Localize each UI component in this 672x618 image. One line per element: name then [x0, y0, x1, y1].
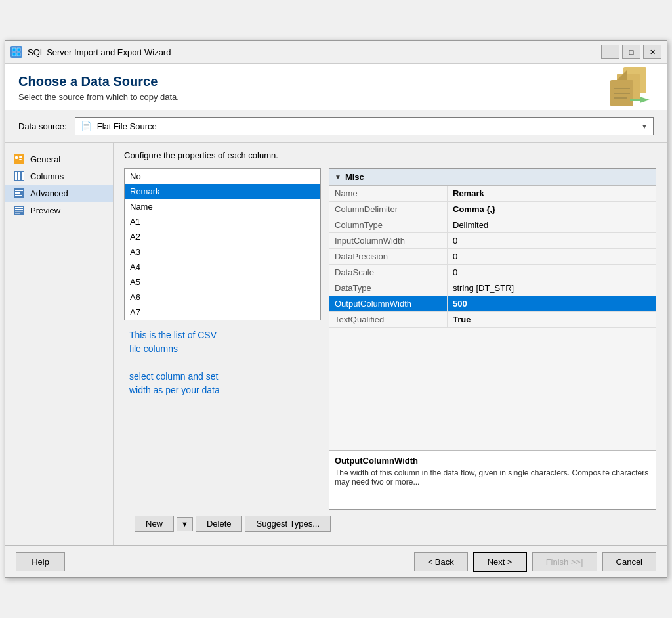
main-panel: Configure the properties of each column.…	[114, 143, 667, 545]
datasource-value: Flat File Source	[97, 121, 636, 131]
app-icon	[10, 46, 22, 58]
prop-row-name: Name Remark	[329, 186, 656, 202]
action-buttons-bar: New ▼ Delete Suggest Types...	[124, 510, 656, 537]
sidebar: General Columns	[5, 143, 114, 545]
svg-rect-12	[630, 99, 640, 101]
prop-value-columntype[interactable]: Delimited	[448, 217, 656, 232]
list-item[interactable]: Name	[125, 199, 320, 214]
svg-rect-3	[17, 53, 20, 56]
prop-row-columndelimiter: ColumnDelimiter Comma {,}	[329, 202, 656, 217]
advanced-icon	[13, 188, 25, 198]
properties-panel: ▼ Misc Name Remark ColumnDelimiter Comma…	[329, 168, 656, 510]
columns-icon	[13, 171, 25, 181]
annotation-line3: select column and set	[129, 370, 316, 384]
preview-icon	[13, 205, 25, 215]
close-button[interactable]: ✕	[643, 45, 662, 59]
datasource-label: Data source:	[18, 121, 67, 131]
general-icon	[13, 154, 25, 164]
svg-rect-0	[12, 48, 16, 51]
prop-value-datatype[interactable]: string [DT_STR]	[448, 280, 656, 296]
list-item[interactable]: A5	[125, 275, 320, 290]
new-dropdown-button[interactable]: ▼	[177, 517, 193, 531]
sidebar-item-preview[interactable]: Preview	[5, 202, 113, 219]
back-button[interactable]: < Back	[414, 552, 468, 571]
prop-value-dataprecision[interactable]: 0	[448, 249, 656, 264]
window-title: SQL Server Import and Export Wizard	[28, 47, 596, 57]
svg-rect-22	[15, 190, 23, 191]
help-button[interactable]: Help	[16, 552, 65, 571]
suggest-types-button[interactable]: Suggest Types...	[245, 516, 331, 532]
svg-rect-14	[15, 156, 18, 159]
sidebar-item-advanced[interactable]: Advanced	[5, 185, 113, 202]
datasource-dropdown[interactable]: 📄 Flat File Source ▼	[75, 117, 654, 135]
prop-name-textqualified: TextQualified	[329, 312, 448, 327]
prop-row-textqualified: TextQualified True	[329, 312, 656, 328]
prop-row-inputcolumnwidth: InputColumnWidth 0	[329, 233, 656, 249]
list-item[interactable]: Remark	[125, 184, 320, 199]
new-button[interactable]: New	[135, 516, 174, 532]
list-item[interactable]: A2	[125, 229, 320, 244]
delete-button[interactable]: Delete	[196, 516, 243, 532]
svg-rect-24	[15, 195, 22, 196]
svg-rect-18	[15, 172, 17, 180]
svg-rect-28	[15, 211, 23, 212]
sidebar-item-general[interactable]: General	[5, 150, 113, 167]
prop-value-columndelimiter[interactable]: Comma {,}	[448, 202, 656, 217]
svg-rect-2	[12, 53, 16, 56]
prop-name-datatype: DataType	[329, 280, 448, 296]
header: Choose a Data Source Select the source f…	[5, 64, 667, 110]
prop-value-datascale[interactable]: 0	[448, 265, 656, 280]
minimize-button[interactable]: —	[601, 45, 620, 59]
prop-name-dataprecision: DataPrecision	[329, 249, 448, 264]
prop-value-inputcolumnwidth[interactable]: 0	[448, 233, 656, 248]
advanced-label: Advanced	[30, 188, 68, 198]
main-window: SQL Server Import and Export Wizard — □ …	[5, 40, 667, 578]
description-area: OutputColumnWidth The width of this colu…	[329, 450, 656, 509]
misc-label: Misc	[345, 172, 364, 182]
list-item[interactable]: A3	[125, 244, 320, 259]
header-area: Choose a Data Source Select the source f…	[5, 64, 667, 110]
prop-name-inputcolumnwidth: InputColumnWidth	[329, 233, 448, 248]
list-item[interactable]: No	[125, 169, 320, 184]
properties-header: ▼ Misc	[329, 169, 656, 186]
sidebar-item-columns[interactable]: Columns	[5, 167, 113, 185]
column-list: No Remark Name A1 A2 A3 A4 A5 A6 A7	[124, 168, 321, 320]
prop-row-datascale: DataScale 0	[329, 265, 656, 280]
list-item[interactable]: A7	[125, 305, 320, 320]
prop-name-outputcolumnwidth: OutputColumnWidth	[329, 296, 448, 311]
annotation-line4: width as per your data	[129, 384, 316, 397]
annotation-line2: file columns	[129, 342, 316, 356]
footer: Help < Back Next > Finish >>| Cancel	[5, 545, 667, 577]
maximize-button[interactable]: □	[622, 45, 640, 59]
svg-rect-15	[19, 156, 22, 158]
prop-value-name[interactable]: Remark	[448, 186, 656, 201]
annotation-line1: This is the list of CSV	[129, 328, 316, 342]
prop-row-outputcolumnwidth[interactable]: OutputColumnWidth 500	[329, 296, 656, 312]
header-icon	[604, 64, 656, 116]
properties-table: Name Remark ColumnDelimiter Comma {,} Co…	[329, 186, 656, 450]
prop-value-textqualified[interactable]: True	[448, 312, 656, 327]
page-subtitle: Select the source from which to copy dat…	[18, 92, 654, 102]
collapse-icon[interactable]: ▼	[335, 173, 341, 181]
prop-name-columndelimiter: ColumnDelimiter	[329, 202, 448, 217]
next-button[interactable]: Next >	[473, 552, 527, 572]
datasource-icon: 📄	[81, 121, 92, 131]
columns-area: No Remark Name A1 A2 A3 A4 A5 A6 A7 This…	[124, 168, 656, 510]
datasource-arrow-icon: ▼	[641, 123, 648, 130]
list-item[interactable]: A1	[125, 214, 320, 229]
column-list-container: No Remark Name A1 A2 A3 A4 A5 A6 A7 This…	[124, 168, 321, 510]
list-item[interactable]: A6	[125, 290, 320, 305]
cancel-button[interactable]: Cancel	[602, 552, 656, 571]
content-area: General Columns	[5, 143, 667, 545]
svg-marker-11	[640, 97, 650, 103]
svg-rect-29	[15, 213, 20, 214]
prop-value-outputcolumnwidth[interactable]: 500	[448, 296, 656, 311]
datasource-bar: Data source: 📄 Flat File Source ▼	[5, 110, 667, 143]
description-text: The width of this column in the data flo…	[335, 468, 650, 487]
svg-rect-13	[14, 154, 24, 164]
finish-button: Finish >>|	[532, 552, 597, 571]
prop-row-datatype: DataType string [DT_STR]	[329, 280, 656, 296]
svg-rect-19	[18, 172, 20, 180]
list-item[interactable]: A4	[125, 259, 320, 275]
columns-label: Columns	[30, 171, 64, 181]
